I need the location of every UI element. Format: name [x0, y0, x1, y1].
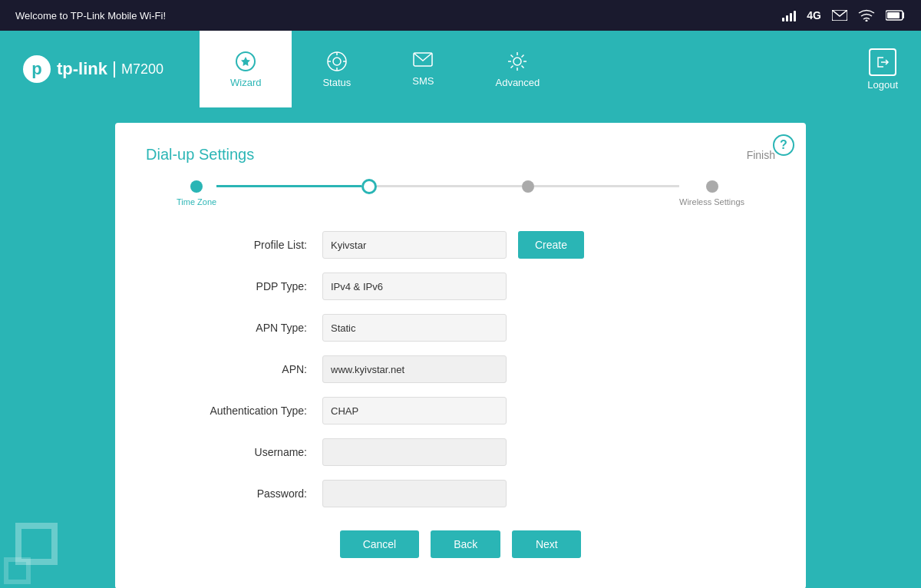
step-label-4: Wireless Settings	[679, 197, 744, 206]
svg-point-12	[513, 58, 521, 65]
card-title: Dial-up Settings	[146, 146, 254, 164]
card-header: Dial-up Settings Finish	[146, 146, 775, 164]
step-label-3	[527, 197, 530, 206]
password-label: Password:	[169, 487, 322, 500]
form-section: Profile List: Kyivstar Default Custom Cr…	[146, 231, 775, 507]
apn-label: APN:	[169, 363, 322, 375]
welcome-text: Welcome to TP-Link Mobile Wi-Fi!	[15, 10, 166, 21]
cancel-button[interactable]: Cancel	[340, 530, 420, 558]
tab-wizard-label: Wizard	[230, 77, 261, 88]
status-bar: Welcome to TP-Link Mobile Wi-Fi! 4G	[0, 0, 921, 31]
settings-card: ? Dial-up Settings Finish Time Zone	[115, 123, 806, 588]
nav-tabs: Wizard Status SMS	[200, 31, 844, 107]
wifi-icon	[858, 9, 875, 21]
svg-rect-3	[887, 12, 900, 18]
decorative-shapes	[0, 496, 92, 588]
profile-list-label: Profile List:	[169, 239, 322, 251]
help-icon[interactable]: ?	[773, 134, 794, 156]
tab-wizard[interactable]: Wizard	[200, 31, 292, 107]
pdp-type-label: PDP Type:	[169, 280, 322, 292]
back-button[interactable]: Back	[431, 530, 500, 558]
apn-row: APN:	[169, 355, 752, 383]
step-dot-4	[706, 180, 718, 193]
pdp-type-row: PDP Type: IPv4 & IPv6 IPv4 IPv6	[169, 273, 752, 300]
create-button[interactable]: Create	[518, 231, 584, 259]
step-label-2	[368, 199, 371, 208]
username-input[interactable]	[322, 438, 507, 466]
logout-label: Logout	[867, 79, 898, 91]
pdp-type-wrapper: IPv4 & IPv6 IPv4 IPv6	[322, 273, 507, 300]
auth-type-row: Authentication Type: CHAP PAP None	[169, 397, 752, 424]
step-wireless: Wireless Settings	[679, 180, 744, 206]
finish-link[interactable]: Finish	[747, 149, 775, 161]
password-input[interactable]	[322, 480, 507, 507]
logout-area: Logout	[844, 31, 921, 107]
logo-text: tp-link	[57, 59, 107, 79]
progress-line-1	[216, 185, 361, 187]
status-icons: 4G	[782, 9, 906, 21]
username-row: Username:	[169, 438, 752, 466]
brand-name: tp-link	[57, 59, 107, 79]
auth-type-select[interactable]: CHAP PAP None	[322, 397, 507, 424]
svg-point-6	[333, 58, 341, 65]
apn-type-label: APN Type:	[169, 322, 322, 334]
advanced-icon	[507, 51, 528, 72]
main-content: ? Dial-up Settings Finish Time Zone	[0, 107, 921, 588]
mail-icon	[832, 10, 847, 21]
tab-advanced[interactable]: Advanced	[464, 31, 570, 107]
logout-icon	[869, 48, 896, 76]
profile-list-wrapper: Kyivstar Default Custom	[322, 231, 507, 259]
step-dot-3	[522, 180, 534, 193]
nav-bar: p tp-link M7200 Wizard Statu	[0, 31, 921, 107]
username-label: Username:	[169, 446, 322, 458]
model-name: M7200	[114, 61, 163, 78]
pdp-type-select[interactable]: IPv4 & IPv6 IPv4 IPv6	[322, 273, 507, 300]
step-label-1: Time Zone	[177, 197, 216, 206]
password-row: Password:	[169, 480, 752, 507]
tab-advanced-label: Advanced	[495, 77, 540, 88]
next-button[interactable]: Next	[512, 530, 581, 558]
apn-type-row: APN Type: Static Dynamic	[169, 314, 752, 342]
svg-point-1	[866, 20, 868, 22]
profile-list-controls: Kyivstar Default Custom Create	[322, 231, 584, 259]
sms-icon	[412, 52, 434, 71]
battery-icon	[886, 10, 906, 21]
tab-sms[interactable]: SMS	[381, 31, 464, 107]
logo-p: p	[31, 59, 41, 79]
step-3	[522, 180, 534, 206]
status-icon	[326, 51, 348, 72]
tab-status[interactable]: Status	[292, 31, 381, 107]
wizard-progress: Time Zone Wireless Settings	[177, 179, 744, 208]
deco-square-2	[4, 557, 31, 584]
step-dialup	[361, 179, 377, 208]
auth-type-wrapper: CHAP PAP None	[322, 397, 507, 424]
logout-button[interactable]: Logout	[867, 48, 898, 91]
progress-line-3	[534, 185, 679, 187]
profile-list-row: Profile List: Kyivstar Default Custom Cr…	[169, 231, 752, 259]
4g-label: 4G	[807, 9, 821, 21]
logo-area: p tp-link M7200	[0, 31, 200, 107]
step-dot-2	[361, 179, 377, 194]
help-symbol: ?	[780, 138, 787, 152]
signal-bars-icon	[782, 9, 796, 21]
button-row: Cancel Back Next	[146, 530, 775, 558]
tab-status-label: Status	[322, 77, 351, 88]
logo-icon: p	[23, 55, 51, 83]
apn-type-wrapper: Static Dynamic	[322, 314, 507, 342]
apn-input[interactable]	[322, 355, 507, 383]
step-dot-1	[190, 180, 203, 193]
tab-sms-label: SMS	[412, 75, 434, 87]
auth-type-label: Authentication Type:	[169, 405, 322, 417]
apn-type-select[interactable]: Static Dynamic	[322, 314, 507, 342]
step-time-zone: Time Zone	[177, 180, 216, 206]
wizard-icon	[235, 51, 256, 72]
profile-list-select[interactable]: Kyivstar Default Custom	[322, 231, 507, 259]
progress-line-2	[377, 185, 522, 187]
